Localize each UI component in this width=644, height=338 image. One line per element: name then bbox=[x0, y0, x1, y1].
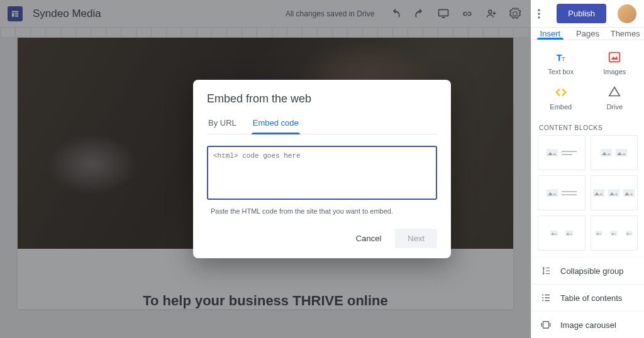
svg-point-9 bbox=[538, 16, 540, 18]
content-blocks-title: CONTENT BLOCKS bbox=[531, 119, 644, 135]
svg-marker-13 bbox=[611, 56, 618, 60]
modal-title: Embed from the web bbox=[207, 92, 437, 106]
modal-tab-embed-code[interactable]: Embed code bbox=[252, 114, 300, 134]
right-sidebar: Insert Pages Themes TT Text box Images E… bbox=[531, 28, 644, 338]
widget-drive[interactable]: Drive bbox=[589, 82, 641, 114]
next-button[interactable]: Next bbox=[395, 229, 437, 248]
content-block-3[interactable] bbox=[538, 175, 586, 210]
carousel-icon bbox=[540, 319, 552, 330]
drive-icon bbox=[608, 85, 621, 99]
cancel-button[interactable]: Cancel bbox=[351, 230, 386, 247]
embed-code-textarea[interactable] bbox=[207, 146, 437, 200]
content-block-4[interactable] bbox=[591, 175, 638, 210]
more-vert-icon[interactable] bbox=[533, 8, 545, 20]
text-box-icon: TT bbox=[554, 50, 568, 64]
widget-embed[interactable]: Embed bbox=[535, 82, 587, 114]
sidebar-item-table-of-contents[interactable]: Table of contents bbox=[531, 284, 644, 311]
image-icon bbox=[608, 50, 621, 64]
modal-tab-by-url[interactable]: By URL bbox=[207, 114, 238, 134]
svg-rect-12 bbox=[609, 53, 620, 62]
sidebar-tab-themes[interactable]: Themes bbox=[606, 28, 644, 40]
publish-button[interactable]: Publish bbox=[557, 4, 606, 23]
svg-rect-14 bbox=[543, 322, 549, 329]
content-block-5[interactable] bbox=[538, 215, 586, 251]
widget-images[interactable]: Images bbox=[589, 46, 641, 79]
svg-point-8 bbox=[538, 13, 540, 14]
sidebar-item-collapsible-group[interactable]: Collapsible group bbox=[531, 257, 644, 284]
sidebar-tab-pages[interactable]: Pages bbox=[569, 28, 607, 40]
account-avatar[interactable] bbox=[618, 4, 636, 23]
widget-text-box[interactable]: TT Text box bbox=[535, 46, 587, 79]
content-block-6[interactable] bbox=[591, 215, 638, 251]
svg-point-7 bbox=[538, 9, 540, 11]
content-block-2[interactable] bbox=[591, 135, 638, 170]
content-block-1[interactable] bbox=[538, 135, 586, 170]
toc-icon bbox=[540, 292, 552, 303]
embed-helper-text: Paste the HTML code from the site that y… bbox=[207, 207, 437, 215]
sidebar-item-image-carousel[interactable]: Image carousel bbox=[531, 311, 644, 338]
sidebar-tab-insert[interactable]: Insert bbox=[531, 28, 569, 40]
collapsible-icon bbox=[540, 265, 552, 276]
svg-text:T: T bbox=[562, 56, 565, 62]
embed-modal: Embed from the web By URL Embed code Pas… bbox=[193, 80, 451, 258]
embed-icon bbox=[554, 85, 568, 99]
